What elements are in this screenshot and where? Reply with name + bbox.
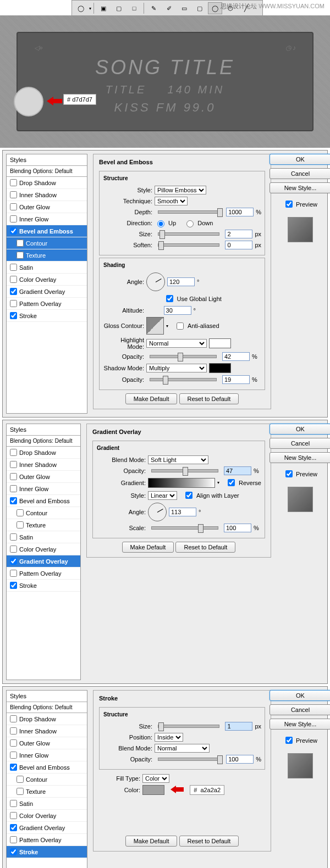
preview-swatch-2: [288, 487, 313, 512]
lcd-song-title: SONG TITLE: [34, 56, 296, 79]
stroke-color-swatch[interactable]: [142, 785, 164, 795]
soften-slider[interactable]: [158, 243, 219, 247]
red-arrow-icon: [47, 97, 62, 107]
grad-angle-input[interactable]: [169, 508, 196, 516]
stroke-size-input[interactable]: [225, 722, 252, 731]
highlight-opacity-slider[interactable]: [150, 355, 217, 358]
new-style-button-3[interactable]: New Style...: [270, 719, 330, 730]
style-satin[interactable]: Satin: [7, 261, 87, 274]
color-hex-tag: # d7d7d7: [63, 94, 96, 105]
gloss-contour-swatch[interactable]: [146, 317, 164, 335]
anti-aliased-check[interactable]: [177, 322, 184, 330]
grad-scale-slider[interactable]: [151, 526, 218, 530]
shape-layers-icon[interactable]: ▣: [96, 2, 111, 14]
fill-pixels-icon[interactable]: □: [127, 2, 141, 14]
layer-style-dialog-gradient: Styles Blending Options: Default Drop Sh…: [2, 420, 328, 684]
blending-options[interactable]: Blending Options: Default: [7, 166, 87, 177]
bevel-technique-select[interactable]: Smooth: [155, 197, 188, 205]
radio-preview: ◁»◷ ♪ SONG TITLE TITLE 140 MIN KISS FM 9…: [0, 15, 330, 148]
preview-swatch: [288, 217, 313, 242]
soften-input[interactable]: [225, 241, 252, 249]
stroke-opacity-slider[interactable]: [158, 758, 221, 761]
rectangle-icon[interactable]: ▭: [177, 2, 191, 14]
reset-default-button-2[interactable]: Reset to Default: [175, 542, 235, 553]
pen-icon[interactable]: ✎: [146, 2, 161, 14]
grad-opacity-slider[interactable]: [151, 469, 218, 472]
paths-icon[interactable]: ▢: [112, 2, 126, 14]
style-stroke-sel[interactable]: Stroke: [7, 846, 87, 858]
style-color-overlay[interactable]: Color Overlay: [7, 274, 87, 286]
make-default-button-2[interactable]: Make Default: [122, 542, 174, 553]
style-outer-glow[interactable]: Outer Glow: [7, 201, 87, 213]
lcd-screen: ◁»◷ ♪ SONG TITLE TITLE 140 MIN KISS FM 9…: [16, 32, 314, 131]
bevel-title: Bevel and Emboss: [97, 159, 155, 165]
tuning-dial: [14, 87, 43, 116]
highlight-opacity-input[interactable]: [222, 352, 250, 361]
stroke-size-slider[interactable]: [158, 725, 219, 728]
grad-opacity-input[interactable]: [224, 466, 251, 475]
style-drop-shadow[interactable]: Drop Shadow: [7, 177, 87, 189]
make-default-button-3[interactable]: Make Default: [125, 836, 178, 847]
angle-dial[interactable]: [146, 272, 165, 291]
shadow-opacity-slider[interactable]: [150, 378, 217, 381]
depth-input[interactable]: [226, 208, 254, 216]
size-slider[interactable]: [158, 232, 219, 236]
layer-style-dialog-bevel: Styles Blending Options: Default Drop Sh…: [2, 150, 328, 418]
direction-up-radio[interactable]: [157, 220, 164, 227]
angle-input[interactable]: [167, 277, 195, 286]
ok-button-3[interactable]: OK: [270, 690, 330, 701]
shadow-opacity-input[interactable]: [222, 375, 250, 384]
grad-angle-dial[interactable]: [148, 503, 167, 521]
style-inner-shadow[interactable]: Inner Shadow: [7, 189, 87, 201]
depth-slider[interactable]: [158, 210, 221, 214]
preview-check[interactable]: [285, 201, 293, 208]
stroke-position-select[interactable]: Inside: [155, 733, 183, 742]
gradient-title: Gradient Overlay: [90, 429, 144, 435]
reset-default-button[interactable]: Reset to Default: [179, 393, 239, 404]
ellipse-tool-icon[interactable]: ◯: [74, 2, 88, 14]
cancel-button-2[interactable]: Cancel: [270, 438, 330, 449]
size-input[interactable]: [225, 230, 252, 238]
style-inner-glow[interactable]: Inner Glow: [7, 213, 87, 225]
style-gradient-overlay[interactable]: Gradient Overlay: [7, 286, 87, 298]
cancel-button[interactable]: Cancel: [270, 168, 330, 179]
stroke-blend-mode-select[interactable]: Normal: [155, 744, 210, 753]
preview-check-3[interactable]: [285, 737, 293, 744]
style-pattern-overlay[interactable]: Pattern Overlay: [7, 298, 87, 310]
grad-blend-mode-select[interactable]: Soft Light: [148, 455, 208, 464]
stroke-opacity-input[interactable]: [226, 755, 254, 764]
svg-marker-0: [47, 97, 62, 105]
align-layer-check[interactable]: [185, 492, 193, 499]
preview-check-2[interactable]: [285, 470, 293, 477]
ok-button[interactable]: OK: [270, 154, 330, 165]
global-light-check[interactable]: [166, 295, 173, 302]
bevel-style-select[interactable]: Pillow Emboss: [155, 186, 206, 194]
style-texture[interactable]: Texture: [7, 249, 87, 261]
shadow-color-swatch[interactable]: [209, 363, 231, 373]
svg-marker-1: [170, 786, 184, 793]
style-gradient-overlay-sel[interactable]: Gradient Overlay: [7, 555, 80, 567]
cancel-button-3[interactable]: Cancel: [270, 704, 330, 715]
highlight-color-swatch[interactable]: [209, 338, 231, 348]
reverse-check[interactable]: [228, 479, 235, 486]
new-style-button-2[interactable]: New Style...: [270, 452, 330, 463]
style-bevel-emboss[interactable]: Bevel and Emboss: [7, 225, 87, 237]
direction-down-radio[interactable]: [186, 220, 194, 227]
freeform-pen-icon[interactable]: ✐: [162, 2, 176, 14]
new-style-button[interactable]: New Style...: [270, 182, 330, 193]
fill-type-select[interactable]: Color: [142, 774, 169, 783]
reset-default-button-3[interactable]: Reset to Default: [179, 836, 239, 847]
stroke-hex-tag: # a2a2a2: [190, 785, 224, 795]
style-stroke[interactable]: Stroke: [7, 310, 87, 322]
highlight-mode-select[interactable]: Normal: [146, 339, 207, 348]
style-contour[interactable]: Contour: [7, 237, 87, 249]
grad-style-select[interactable]: Linear: [148, 491, 177, 500]
rounded-rect-icon[interactable]: ▢: [193, 2, 207, 14]
ok-button-2[interactable]: OK: [270, 424, 330, 435]
grad-scale-input[interactable]: [224, 524, 251, 532]
shadow-mode-select[interactable]: Multiply: [146, 364, 207, 372]
make-default-button[interactable]: Make Default: [125, 393, 178, 404]
preview-swatch-3: [288, 753, 313, 778]
gradient-picker[interactable]: [148, 478, 215, 488]
altitude-input[interactable]: [164, 306, 191, 315]
